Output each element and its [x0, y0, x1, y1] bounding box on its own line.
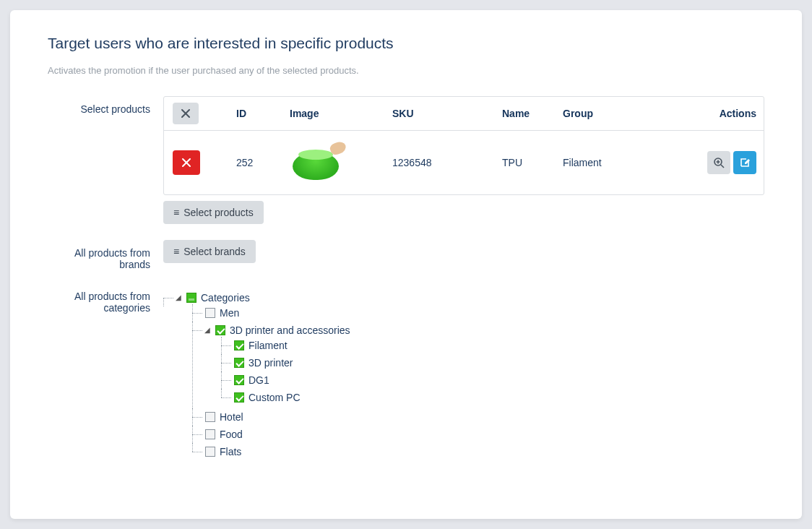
label-brands: All products from brands — [48, 240, 163, 270]
products-table-header: ID Image SKU Name Group Actions — [164, 97, 764, 131]
checkbox[interactable] — [205, 308, 215, 318]
close-icon — [182, 158, 191, 167]
select-brands-button[interactable]: ≡ Select brands — [163, 240, 256, 263]
th-id: ID — [236, 108, 290, 119]
tree-node[interactable]: Custom PC — [221, 389, 764, 406]
remove-row-button[interactable] — [173, 150, 200, 175]
select-brands-button-label: Select brands — [183, 246, 246, 257]
cell-sku: 1236548 — [392, 157, 502, 168]
label-select-products: Select products — [48, 96, 163, 115]
row-select-products: Select products ID Image SKU Name Group … — [48, 96, 764, 224]
categories-tree: ◢ Categories Men — [163, 289, 764, 463]
tree-label: Categories — [201, 291, 250, 304]
tree-node[interactable]: Food — [192, 426, 764, 443]
tree-node[interactable]: Hotel — [192, 408, 764, 426]
tree-label: Flats — [220, 445, 241, 458]
tree-node[interactable]: Flats — [192, 443, 764, 460]
checkbox-checked[interactable] — [234, 340, 244, 350]
cell-group: Filament — [563, 157, 699, 168]
cell-name: TPU — [502, 157, 563, 168]
cell-image — [290, 142, 392, 183]
view-button[interactable] — [707, 151, 730, 174]
select-products-button-label: Select products — [183, 207, 254, 218]
tree-node[interactable]: Filament — [221, 337, 764, 354]
clear-all-button[interactable] — [173, 103, 199, 124]
list-icon: ≡ — [173, 207, 179, 218]
checkbox-checked[interactable] — [234, 375, 244, 385]
products-table: ID Image SKU Name Group Actions 252 — [163, 96, 764, 195]
close-icon — [181, 109, 190, 118]
th-image: Image — [290, 108, 392, 119]
checkbox[interactable] — [205, 429, 215, 439]
tree-label: 3D printer and accessories — [230, 324, 350, 337]
tree-node[interactable]: 3D printer — [221, 354, 764, 371]
th-name: Name — [502, 108, 563, 119]
row-brands: All products from brands ≡ Select brands — [48, 240, 764, 270]
settings-card: Target users who are interested in speci… — [10, 10, 802, 519]
tree-node[interactable]: DG1 — [221, 371, 764, 389]
checkbox-checked[interactable] — [234, 358, 244, 368]
collapse-icon[interactable]: ◢ — [175, 294, 182, 301]
table-row: 252 1236548 TPU Filament — [164, 131, 764, 194]
tree-label: Filament — [249, 339, 288, 352]
cell-id: 252 — [236, 157, 290, 168]
tree-node-root[interactable]: ◢ Categories Men — [163, 289, 764, 463]
checkbox-partial[interactable] — [186, 293, 196, 303]
label-categories: All products from categories — [48, 289, 163, 314]
checkbox[interactable] — [205, 412, 215, 422]
zoom-icon — [713, 157, 725, 168]
tree-label: Men — [220, 306, 239, 319]
edit-icon — [739, 157, 751, 168]
checkbox-checked[interactable] — [234, 392, 244, 403]
page-heading: Target users who are interested in speci… — [48, 35, 764, 52]
th-group: Group — [563, 108, 699, 119]
tree-label: 3D printer — [249, 356, 293, 369]
tree-label: DG1 — [249, 374, 269, 387]
th-actions: Actions — [699, 108, 756, 119]
svg-line-1 — [721, 165, 724, 168]
tree-label: Hotel — [220, 410, 243, 423]
page-subtitle: Activates the promotion if the user purc… — [48, 65, 764, 76]
edit-button[interactable] — [733, 151, 756, 174]
collapse-icon[interactable]: ◢ — [204, 327, 211, 334]
th-sku: SKU — [392, 108, 502, 119]
select-products-button[interactable]: ≡ Select products — [163, 201, 264, 224]
tree-node[interactable]: ◢ 3D printer and accessories Filament — [192, 322, 764, 408]
row-categories: All products from categories ◢ Categorie… — [48, 289, 764, 463]
tree-node[interactable]: Men — [192, 304, 764, 322]
list-icon: ≡ — [173, 246, 179, 257]
checkbox-checked[interactable] — [215, 325, 225, 335]
checkbox[interactable] — [205, 447, 215, 457]
tree-label: Custom PC — [249, 391, 301, 404]
product-thumbnail — [290, 142, 347, 183]
tree-label: Food — [220, 428, 243, 441]
